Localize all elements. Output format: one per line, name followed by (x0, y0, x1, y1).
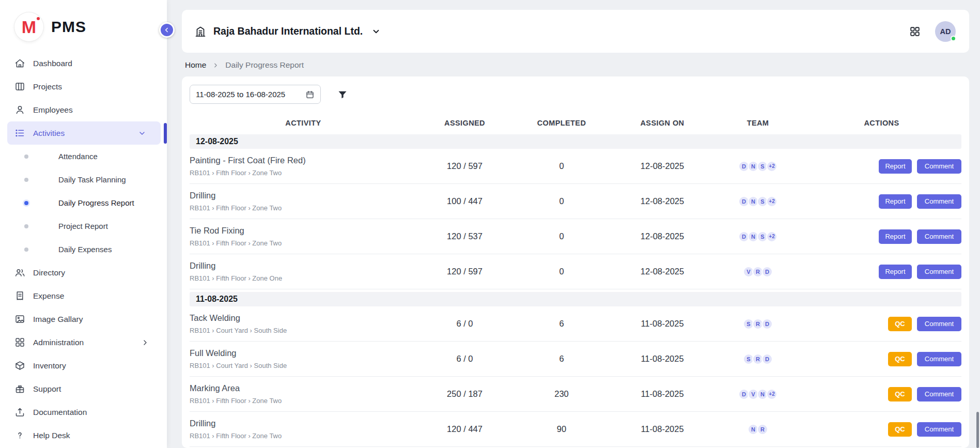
assign-on-value: 12-08-2025 (611, 196, 714, 206)
building-icon (194, 25, 207, 38)
sidebar-subitem-attendance[interactable]: Attendance (0, 145, 167, 168)
documentation-icon (14, 407, 25, 418)
sidebar-item-label: Employees (33, 105, 73, 115)
assign-on-value: 12-08-2025 (611, 231, 714, 241)
chevron-down-icon (371, 27, 381, 36)
expense-icon (14, 290, 25, 301)
table-row: Drilling RB101 › Fifth Floor › Zone Two … (190, 412, 961, 447)
qc-button[interactable]: QC (888, 352, 912, 366)
breadcrumb: Home Daily Progress Report (182, 53, 969, 76)
table-row: Tie Rod Fixing RB101 › Fifth Floor › Zon… (190, 219, 961, 254)
sidebar-subitem-daily-expenses[interactable]: Daily Expenses (0, 238, 167, 261)
team-avatar-more: +2 (766, 389, 777, 400)
avatar-initials: AD (940, 27, 951, 36)
sidebar-item-label: Activities (33, 129, 65, 138)
sidebar-item-administration[interactable]: Administration (0, 331, 167, 354)
team-avatar: D (761, 318, 773, 330)
comment-button[interactable]: Comment (917, 265, 961, 279)
column-activity: ACTIVITY (190, 119, 417, 127)
filter-row (190, 85, 961, 104)
chevron-right-icon (141, 338, 149, 347)
report-button[interactable]: Report (879, 265, 912, 279)
date-range-input[interactable] (196, 90, 301, 99)
scrollbar-thumb[interactable] (976, 412, 979, 448)
sidebar-subitem-label: Daily Progress Report (58, 198, 134, 207)
bullet-icon (24, 201, 28, 205)
activity-name: Full Welding (190, 348, 417, 358)
assign-on-value: 12-08-2025 (611, 267, 714, 276)
support-icon (14, 383, 25, 394)
comment-button[interactable]: Comment (917, 422, 961, 437)
sidebar-item-help-desk[interactable]: Help Desk (0, 424, 167, 447)
qc-button[interactable]: QC (888, 317, 912, 331)
sidebar-collapse-button[interactable] (159, 22, 175, 38)
activities-icon (14, 128, 25, 138)
assign-on-value: 11-08-2025 (611, 389, 714, 399)
sidebar-item-projects[interactable]: Projects (0, 75, 167, 98)
calendar-icon (305, 90, 315, 99)
column-completed: COMPLETED (512, 119, 611, 127)
assign-on-value: 11-08-2025 (611, 424, 714, 434)
activity-name: Drilling (190, 191, 417, 200)
sidebar-item-image-gallery[interactable]: Image Gallary (0, 307, 167, 331)
comment-button[interactable]: Comment (917, 229, 961, 244)
column-assigned: ASSIGNED (417, 119, 512, 127)
team-avatar-more: +2 (766, 161, 777, 172)
sidebar-item-support[interactable]: Support (0, 377, 167, 400)
column-actions: ACTIONS (802, 119, 961, 127)
directory-icon (14, 267, 25, 278)
completed-value: 6 (512, 354, 611, 364)
table-row: Tack Welding RB101 › Court Yard › South … (190, 306, 961, 342)
company-name: Raja Bahadur International Ltd. (213, 25, 363, 37)
sidebar-item-label: Administration (33, 338, 84, 347)
comment-button[interactable]: Comment (917, 194, 961, 209)
activity-name: Drilling (190, 419, 417, 428)
comment-button[interactable]: Comment (917, 159, 961, 174)
table-row: Drilling RB101 › Fifth Floor › Zone One … (190, 254, 961, 289)
sidebar-item-inventory[interactable]: Inventory (0, 354, 167, 377)
activity-name: Painting - First Coat (Fire Red) (190, 156, 417, 165)
assigned-value: 250 / 187 (417, 389, 512, 399)
sidebar-item-label: Directory (33, 268, 65, 277)
activity-path: RB101 › Fifth Floor › Zone Two (190, 169, 417, 177)
qc-button[interactable]: QC (888, 422, 912, 437)
report-button[interactable]: Report (879, 229, 912, 244)
assigned-value: 120 / 447 (417, 424, 512, 434)
sidebar-item-activities[interactable]: Activities (7, 121, 161, 145)
user-avatar[interactable]: AD (935, 21, 956, 42)
completed-value: 6 (512, 319, 611, 329)
breadcrumb-current: Daily Progress Report (225, 60, 304, 70)
sidebar-subitem-project-report[interactable]: Project Report (0, 214, 167, 238)
sidebar-item-documentation[interactable]: Documentation (0, 400, 167, 424)
apps-grid-icon[interactable] (909, 26, 921, 37)
qc-button[interactable]: QC (888, 387, 912, 401)
sidebar-subitem-label: Daily Task Planning (58, 175, 126, 184)
report-button[interactable]: Report (879, 159, 912, 174)
assigned-value: 6 / 0 (417, 354, 512, 364)
report-button[interactable]: Report (879, 194, 912, 209)
activity-path: RB101 › Court Yard › South Side (190, 362, 417, 369)
sidebar-item-directory[interactable]: Directory (0, 261, 167, 284)
bullet-icon (24, 178, 28, 182)
bullet-icon (24, 224, 28, 228)
comment-button[interactable]: Comment (917, 317, 961, 331)
sidebar-item-dashboard[interactable]: Dashboard (0, 52, 167, 75)
sidebar-item-expense[interactable]: Expense (0, 284, 167, 307)
assign-on-value: 11-08-2025 (611, 354, 714, 364)
date-range-picker[interactable] (190, 85, 321, 104)
sidebar-subitem-daily-progress-report[interactable]: Daily Progress Report (0, 191, 167, 214)
breadcrumb-home[interactable]: Home (185, 60, 206, 70)
employee-icon (14, 104, 25, 115)
date-group-header: 11-08-2025 (190, 292, 961, 306)
company-selector[interactable]: Raja Bahadur International Ltd. (194, 25, 381, 38)
table-row: Drilling RB101 › Fifth Floor › Zone Two … (190, 184, 961, 219)
sidebar-subitem-label: Daily Expenses (58, 245, 112, 254)
sidebar-item-employees[interactable]: Employees (0, 98, 167, 121)
comment-button[interactable]: Comment (917, 387, 961, 401)
chevron-down-icon (138, 129, 146, 137)
filter-icon[interactable] (337, 89, 348, 100)
comment-button[interactable]: Comment (917, 352, 961, 366)
online-status-dot (951, 36, 956, 41)
assign-on-value: 12-08-2025 (611, 161, 714, 171)
sidebar-subitem-daily-task-planning[interactable]: Daily Task Planning (0, 168, 167, 191)
